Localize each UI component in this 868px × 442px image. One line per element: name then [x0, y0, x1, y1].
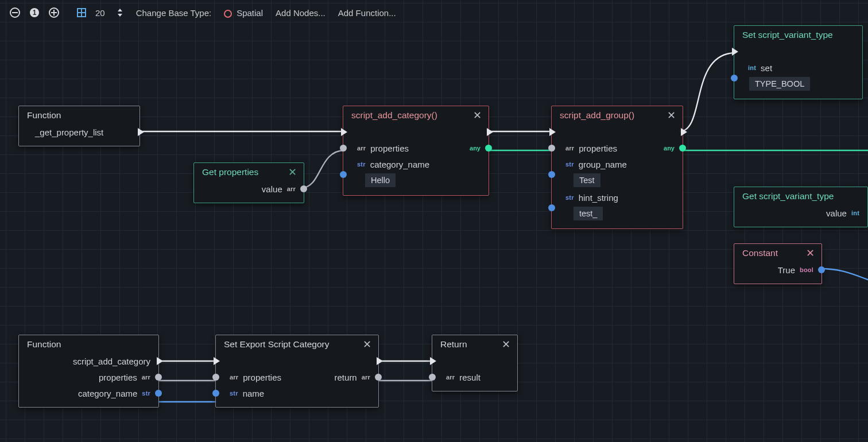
add-nodes-button[interactable]: Add Nodes... [272, 7, 329, 19]
node-title: Set Export Script Category [224, 339, 330, 350]
node-title: Function [27, 339, 61, 350]
node-title: script_add_category() [351, 110, 437, 121]
base-type-value: Spatial [237, 8, 263, 18]
properties-in-port[interactable] [340, 145, 347, 152]
node-constant[interactable]: Constant ✕ True bool [734, 243, 822, 284]
type-tag-any: any [470, 145, 480, 152]
node-title: Function [27, 110, 61, 121]
type-tag-arr: arr [565, 145, 574, 152]
snap-grid-icon[interactable] [75, 6, 88, 20]
constant-value-label: True [778, 265, 795, 275]
return-out-port[interactable] [375, 374, 382, 381]
node-title: Set script_variant_type [742, 30, 833, 40]
properties-in-port[interactable] [548, 145, 555, 152]
any-out-port[interactable] [485, 145, 492, 152]
type-tag-str: str [565, 194, 574, 201]
change-base-type-label: Change Base Type: [133, 7, 215, 19]
exec-in-port[interactable] [732, 48, 738, 56]
exec-in-port[interactable] [430, 357, 436, 365]
close-icon[interactable]: ✕ [363, 339, 371, 350]
category-name-label: category_name [78, 389, 137, 398]
type-tag-str: str [230, 390, 238, 397]
group-name-label: group_name [579, 160, 627, 169]
properties-in-port[interactable] [212, 374, 219, 381]
data-out-port[interactable] [300, 185, 307, 192]
node-function-script-add-category[interactable]: Function script_add_category properties … [18, 335, 159, 408]
exec-out-port[interactable] [377, 357, 383, 365]
grid-snap-value[interactable]: 20 [95, 8, 105, 18]
type-tag-arr: arr [142, 374, 150, 381]
properties-label: properties [370, 144, 409, 153]
exec-out-port[interactable] [138, 128, 144, 136]
base-type-selector[interactable]: Spatial [220, 7, 266, 19]
node-script-add-group[interactable]: script_add_group() ✕ arr properties any [551, 106, 683, 229]
graph-canvas[interactable]: Function _get_property_list Get properti… [0, 0, 868, 442]
output-label: value [262, 184, 282, 194]
set-label: set [761, 63, 772, 73]
name-label: name [243, 389, 265, 398]
properties-label: properties [99, 373, 137, 382]
node-get-properties[interactable]: Get properties ✕ value arr [193, 162, 304, 203]
result-label: result [459, 373, 480, 382]
set-value[interactable]: TYPE_BOOL [749, 77, 810, 91]
zoom-reset-icon[interactable]: 1 [28, 6, 41, 20]
type-tag-any: any [664, 145, 675, 152]
node-title: Return [440, 339, 467, 350]
name-in-port[interactable] [212, 390, 219, 397]
exec-out-port[interactable] [681, 128, 687, 136]
zoom-out-icon[interactable] [8, 6, 22, 20]
node-return[interactable]: Return ✕ arr result [432, 335, 518, 391]
graph-toolbar: 1 20 Change Base Type: Spatial Add Nodes… [0, 0, 868, 25]
type-tag-int: int [851, 210, 859, 216]
type-tag-bool: bool [800, 266, 813, 273]
type-tag-arr: arr [230, 374, 238, 381]
exec-out-port[interactable] [157, 357, 163, 365]
type-tag-arr: arr [446, 374, 455, 381]
close-icon[interactable]: ✕ [502, 339, 510, 350]
type-tag-str: str [142, 390, 150, 397]
any-out-port[interactable] [679, 145, 686, 152]
data-out-port[interactable] [818, 266, 825, 273]
spatial-icon [224, 10, 232, 18]
properties-out-port[interactable] [155, 374, 162, 381]
node-title: Get script_variant_type [742, 191, 834, 201]
properties-label: properties [243, 373, 281, 382]
type-tag-str: str [565, 161, 574, 168]
category-name-out-port[interactable] [155, 390, 162, 397]
svg-text:1: 1 [33, 9, 37, 17]
close-icon[interactable]: ✕ [288, 167, 297, 177]
value-label: value [826, 208, 847, 218]
type-tag-arr: arr [287, 185, 296, 192]
zoom-in-icon[interactable] [47, 6, 61, 20]
properties-label: properties [579, 144, 617, 153]
type-tag-int: int [748, 64, 756, 71]
exec-in-port[interactable] [549, 128, 556, 136]
exec-out-port[interactable] [487, 128, 493, 136]
add-function-button[interactable]: Add Function... [335, 7, 400, 19]
category-name-label: category_name [370, 160, 429, 169]
function-entry: script_add_category [73, 356, 150, 366]
close-icon[interactable]: ✕ [806, 248, 815, 258]
exec-in-port[interactable] [214, 357, 220, 365]
exec-in-port[interactable] [341, 128, 347, 136]
node-title: Get properties [202, 167, 258, 177]
hint-string-label: hint_string [579, 193, 618, 203]
function-entry: _get_property_list [35, 127, 103, 137]
node-title: script_add_group() [560, 110, 634, 121]
result-in-port[interactable] [429, 374, 436, 381]
hint-string-value[interactable]: test_ [574, 207, 603, 220]
group-name-value[interactable]: Test [574, 173, 600, 187]
node-get-script-variant-type[interactable]: Get script_variant_type value int [734, 187, 868, 227]
node-set-script-variant-type[interactable]: Set script_variant_type int set TYPE_BOO… [734, 25, 863, 99]
type-tag-arr: arr [362, 374, 370, 381]
close-icon[interactable]: ✕ [667, 110, 676, 121]
category-name-value[interactable]: Hello [365, 173, 396, 187]
close-icon[interactable]: ✕ [473, 110, 482, 121]
type-tag-str: str [357, 161, 366, 168]
return-label: return [335, 373, 357, 382]
node-script-add-category[interactable]: script_add_category() ✕ arr properties a… [343, 106, 489, 196]
node-title: Constant [742, 248, 778, 258]
stepper-icon[interactable] [113, 6, 127, 20]
node-set-export-script-category[interactable]: Set Export Script Category ✕ arr propert… [215, 335, 379, 408]
node-function-get-property-list[interactable]: Function _get_property_list [18, 106, 140, 146]
